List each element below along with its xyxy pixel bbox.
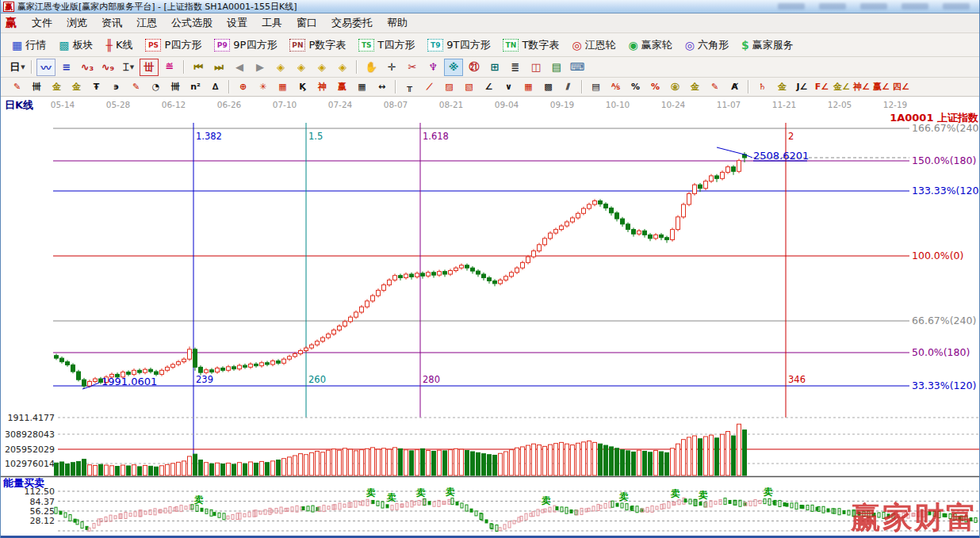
tool-box-fan-2-icon[interactable]: ▧ bbox=[460, 79, 478, 95]
tool-period-dropdown-icon[interactable]: 日▼ bbox=[8, 59, 27, 76]
tool-pen-2-icon[interactable]: ✎ bbox=[127, 79, 145, 95]
menu-item-view[interactable]: 浏览 bbox=[59, 15, 94, 30]
tool-color-histogram-icon[interactable]: ≝ bbox=[160, 59, 179, 76]
volume-bar bbox=[60, 462, 64, 475]
tool-circle-cycle-icon[interactable]: ◔ bbox=[147, 79, 165, 95]
tool-pen-icon[interactable]: ✎ bbox=[8, 79, 26, 95]
tool-scissors-tool-icon[interactable]: ✂ bbox=[403, 59, 422, 76]
tool-parallel-lines-icon[interactable]: ⫽ bbox=[559, 79, 577, 95]
tool-percent-icon[interactable]: % bbox=[626, 79, 645, 95]
toolbar-button-hexagon[interactable]: ◎六角形 bbox=[679, 35, 735, 55]
tool-target-circle-icon[interactable]: ⊕ bbox=[234, 79, 252, 95]
tool-chart-9min-icon[interactable]: ∿₉ bbox=[98, 59, 117, 76]
tool-column-chart-icon[interactable]: ▤ bbox=[587, 79, 605, 95]
tool-last-page-icon[interactable]: ⏭ bbox=[209, 59, 228, 76]
tool-win-angle-icon[interactable]: 赢∠ bbox=[872, 79, 890, 95]
menu-item-tools[interactable]: 工具 bbox=[255, 15, 289, 30]
tool-box-fan-icon[interactable]: ▨ bbox=[440, 79, 458, 95]
menu-item-settings[interactable]: 设置 bbox=[220, 15, 255, 30]
tool-smart-draw-tool-icon[interactable]: ※ bbox=[444, 59, 463, 76]
tool-calculator-icon[interactable]: ⊞ bbox=[485, 59, 504, 76]
tool-percent-change-icon[interactable]: ⅍ bbox=[607, 79, 625, 95]
tool-save-icon[interactable]: ◫ bbox=[526, 59, 546, 76]
tool-gold-grid-2-icon[interactable]: 金 bbox=[67, 79, 86, 95]
tool-k-wave-icon[interactable]: Ϗ bbox=[293, 79, 312, 95]
tool-width-ruler-icon[interactable]: ↔ bbox=[373, 79, 391, 95]
tool-angle-ruler-icon[interactable]: ∆ bbox=[206, 79, 224, 95]
tool-chart-3min-icon[interactable]: ∿₃ bbox=[78, 59, 97, 76]
toolbar-button-9t-square[interactable]: T99T四方形 bbox=[421, 35, 496, 55]
toolbar-button-winner-wheel[interactable]: ◉赢家轮 bbox=[622, 35, 679, 55]
menu-item-window[interactable]: 窗口 bbox=[289, 15, 324, 30]
tool-calendar-icon[interactable]: ㉑ bbox=[465, 59, 484, 76]
tool-shen-grid-icon[interactable]: 神 bbox=[313, 79, 331, 95]
tool-save-image-icon[interactable]: ▤ bbox=[547, 59, 566, 76]
tool-info-list-icon[interactable]: ≡ bbox=[57, 59, 76, 76]
volume-bar bbox=[415, 450, 419, 475]
menu-item-trade-entrust[interactable]: 交易委托 bbox=[324, 15, 380, 30]
toolbar-button-quotes[interactable]: ▦行情 bbox=[6, 35, 52, 55]
tool-red-grid-icon[interactable]: ▦ bbox=[274, 79, 292, 95]
tool-gold-angle-icon[interactable]: 金∠ bbox=[833, 79, 851, 95]
tool-frame-icon[interactable]: ╥ bbox=[400, 79, 419, 95]
tool-export-pc-icon[interactable]: ⌨ bbox=[568, 59, 587, 76]
tool-a-line-icon[interactable]: Ⱥ bbox=[725, 79, 744, 95]
toolbar-button-gann-wheel[interactable]: ◎江恩轮 bbox=[565, 35, 622, 55]
toolbar-button-t-square[interactable]: TST四方形 bbox=[352, 35, 421, 55]
tool-next-page-icon[interactable]: ▶ bbox=[251, 59, 270, 76]
tool-grid-lines-icon[interactable]: 卌 bbox=[28, 79, 46, 95]
toolbar-button-t-number-table[interactable]: TNT数字表 bbox=[496, 35, 565, 55]
tool-wave-tool-icon[interactable]: 丗 bbox=[140, 59, 159, 76]
tool-shift-left-icon[interactable]: ◈ bbox=[271, 59, 290, 76]
tool-prev-page-icon[interactable]: ◀ bbox=[230, 59, 249, 76]
tool-candle-style-dropdown-icon[interactable]: ⌶▼ bbox=[119, 59, 138, 76]
tool-pen-a-icon[interactable]: ✎ bbox=[706, 79, 724, 95]
tool-notepad-icon[interactable]: ≣ bbox=[506, 59, 525, 76]
tool-first-page-icon[interactable]: ⏮ bbox=[189, 59, 208, 76]
tool-gold-circle-icon[interactable]: ㊎ bbox=[666, 79, 684, 95]
toolbar-button-kline[interactable]: ╫K线 bbox=[99, 35, 139, 55]
tool-si-angle-icon[interactable]: 四∠ bbox=[892, 79, 910, 95]
menu-item-formula-stock-pick[interactable]: 公式选股 bbox=[164, 15, 220, 30]
menu-item-news[interactable]: 资讯 bbox=[94, 15, 129, 30]
tool-f-grid-icon[interactable]: Ŧ bbox=[87, 79, 105, 95]
tool-zigzag-tool-icon[interactable]: 〰 bbox=[36, 59, 56, 76]
tool-win-grid-icon[interactable]: 赢 bbox=[333, 79, 351, 95]
tool-percent-line-icon[interactable]: % bbox=[646, 79, 664, 95]
toolbar-button-9p-square[interactable]: P99P四方形 bbox=[208, 35, 283, 55]
tool-grid-black-icon[interactable]: ▩ bbox=[539, 79, 557, 95]
tool-number-grid-icon[interactable]: ▦ bbox=[353, 79, 371, 95]
tool-grid-red-icon[interactable]: ▦ bbox=[519, 79, 538, 95]
menu-item-help[interactable]: 帮助 bbox=[380, 15, 415, 30]
tool-fan-lines-icon[interactable]: ⟋ bbox=[420, 79, 438, 95]
tool-crosshair-tool-icon[interactable]: ✛ bbox=[382, 59, 401, 76]
tool-anchor-icon[interactable]: ♄ bbox=[753, 79, 771, 95]
tool-stamp-tool-icon[interactable]: ♆ bbox=[423, 59, 442, 76]
kline-chart-canvas[interactable]: 日K线05-1405-2806-1206-2607-1007-2408-0708… bbox=[1, 97, 980, 538]
tool-star-burst-icon[interactable]: ✳ bbox=[254, 79, 272, 95]
tool-n-square-icon[interactable]: n² bbox=[186, 79, 205, 95]
tool-compress-horizontal-icon[interactable]: ◈ bbox=[333, 59, 352, 76]
tool-f-angle-icon[interactable]: F∠ bbox=[813, 79, 831, 95]
tool-hash-icon[interactable]: 卌 bbox=[167, 79, 185, 95]
tool-shift-right-icon[interactable]: ◈ bbox=[292, 59, 311, 76]
indicator-tick bbox=[201, 508, 203, 511]
tool-expand-horizontal-icon[interactable]: ◈ bbox=[312, 59, 331, 76]
tool-gold-slash-icon[interactable]: 金 bbox=[773, 79, 791, 95]
toolbar-button-winner-service[interactable]: $赢家服务 bbox=[735, 35, 800, 55]
toolbar-button-sectors[interactable]: ▩板块 bbox=[52, 35, 99, 55]
tool-shen-angle-icon[interactable]: 神∠ bbox=[852, 79, 871, 95]
tool-spiral-icon[interactable]: ϶ bbox=[107, 79, 125, 95]
tool-j-angle-icon[interactable]: J∠ bbox=[793, 79, 811, 95]
menu-item-gann[interactable]: 江恩 bbox=[129, 15, 164, 30]
tool-gold-grid-1-icon[interactable]: 金 bbox=[48, 79, 66, 95]
tool-trend-angle-icon[interactable]: ∠ bbox=[480, 79, 498, 95]
toolbar-button-p-square[interactable]: PSP四方形 bbox=[139, 35, 208, 55]
volume-bar bbox=[565, 444, 569, 475]
tool-hand-tool-icon[interactable]: ✋ bbox=[362, 59, 381, 76]
tool-v-check-icon[interactable]: ∨ bbox=[500, 79, 518, 95]
tool-gold-line-icon[interactable]: 金 bbox=[686, 79, 704, 95]
menu-item-file[interactable]: 文件 bbox=[25, 15, 59, 30]
volume-bar bbox=[105, 465, 109, 475]
toolbar-button-p-number-table[interactable]: PNP数字表 bbox=[283, 35, 352, 55]
